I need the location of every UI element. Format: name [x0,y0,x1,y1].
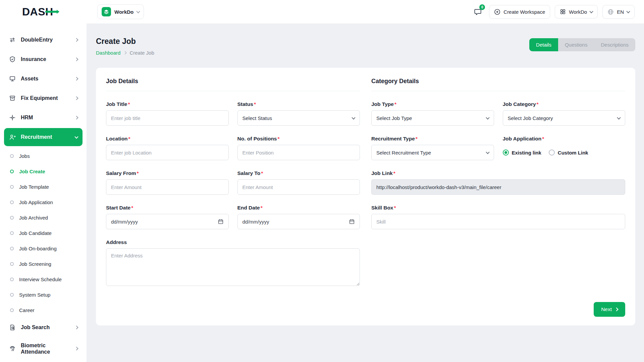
app-logo[interactable]: DASH [22,6,53,18]
job-details-section: Job Details Job Title* Status* Select St… [106,78,360,297]
subitem-label: Interview Schedule [19,277,62,282]
sidebar-item-insurance[interactable]: Insurance [4,50,83,68]
messages-button[interactable]: 0 [471,5,484,18]
step-tabs: Details Questions Descriptions [529,38,635,51]
apps-dropdown-button[interactable]: WorkDo [555,5,598,18]
card-footer: Next [106,302,625,317]
sidebar-subitem-interview-schedule[interactable]: Interview Schedule [6,272,83,287]
breadcrumb-dashboard-link[interactable]: Dashboard [96,50,120,56]
field-address: Address [106,239,360,287]
address-textarea[interactable] [106,248,360,286]
bullet-icon [10,308,14,312]
salary-to-input[interactable] [237,179,360,195]
bullet-icon [10,231,14,235]
sidebar-item-procurement[interactable]: Procurement [4,361,83,362]
job-title-input[interactable] [106,110,229,126]
sidebar: DoubleEntry Insurance Assets Fix Equipme… [0,23,87,362]
subitem-label: Career [19,307,35,313]
address-label: Address [106,239,360,245]
biometric-attendance-icon [9,345,16,352]
sidebar-item-recruitment[interactable]: Recruitment [4,128,83,146]
breadcrumb-separator-icon [123,51,127,55]
skill-box-label: Skill Box* [371,205,625,211]
fix-equipment-icon [9,95,16,102]
chevron-down-icon [589,9,593,13]
sidebar-item-hrm[interactable]: HRM [4,109,83,127]
language-selector[interactable]: EN [602,5,635,19]
positions-input[interactable] [237,145,360,160]
chevron-right-icon [74,347,78,350]
sidebar-item-job-search[interactable]: Job Search [4,318,83,337]
subitem-label: Job Template [19,184,49,190]
sidebar-subitem-jobs[interactable]: Jobs [6,148,83,164]
sidebar-subitem-career[interactable]: Career [6,302,83,318]
tab-questions[interactable]: Questions [558,38,594,51]
sidebar-item-assets[interactable]: Assets [4,70,83,88]
salary-from-input[interactable] [106,179,229,195]
job-application-label: Job Application* [503,136,626,142]
job-type-select[interactable]: Select Job Type [371,110,494,126]
chevron-right-icon [74,116,78,119]
job-search-icon [9,324,16,331]
workspace-label: WorkDo [114,9,133,15]
end-date-label: End Date* [237,205,360,211]
sidebar-subitem-job-candidate[interactable]: Job Candidate [6,225,83,241]
location-input[interactable] [106,145,229,160]
sidebar-subitem-job-onboarding[interactable]: Job On-boarding [6,241,83,256]
field-start-date: Start Date* dd/mm/yyyy [106,205,229,229]
sidebar-subitem-job-screening[interactable]: Job Screening [6,256,83,272]
end-date-input[interactable]: dd/mm/yyyy [237,214,360,229]
topbar-actions: 0 Create Workspace WorkDo EN [471,5,644,19]
workspace-icon [102,7,111,16]
create-workspace-button[interactable]: Create Workspace [489,5,550,19]
field-end-date: End Date* dd/mm/yyyy [237,205,360,229]
chevron-down-icon [486,116,489,119]
bullet-icon [10,154,14,158]
sidebar-item-label: Biometric Attendance [21,342,70,355]
recruitment-type-select[interactable]: Select Recruitment Type [371,145,494,160]
recruitment-type-label: Recruitment Type* [371,136,494,142]
next-button[interactable]: Next [594,302,625,317]
sidebar-subitem-job-template[interactable]: Job Template [6,179,83,194]
job-type-select-value: Select Job Type [376,115,412,121]
sidebar-item-biometric-attendance[interactable]: Biometric Attendance [4,338,83,359]
insurance-shield-icon [9,56,16,63]
sidebar-item-label: DoubleEntry [21,37,70,43]
start-date-label: Start Date* [106,205,229,211]
sidebar-item-doubleentry[interactable]: DoubleEntry [4,31,83,49]
subitem-label: Job Archived [19,215,48,221]
logo-arrow-icon [45,11,59,13]
field-positions: No. of Positions* [237,136,360,160]
sidebar-item-fix-equipment[interactable]: Fix Equipment [4,89,83,107]
job-category-select[interactable]: Select Job Category [503,110,626,126]
sidebar-subitem-job-create[interactable]: Job Create [6,164,83,179]
field-location: Location* [106,136,229,160]
recruitment-submenu: Jobs Job Create Job Template Job Applica… [4,147,83,318]
positions-label: No. of Positions* [237,136,360,142]
radio-existing-link[interactable]: Existing link [503,149,541,156]
page-header: Create Job Dashboard Create Job Details … [96,37,635,56]
start-date-value: dd/mm/yyyy [111,219,138,225]
start-date-input[interactable]: dd/mm/yyyy [106,214,229,229]
create-workspace-label: Create Workspace [503,9,545,15]
field-job-application: Job Application* Existing link Custom Li… [503,136,626,160]
sidebar-subitem-job-application[interactable]: Job Application [6,194,83,210]
sidebar-subitem-system-setup[interactable]: System Setup [6,287,83,302]
tab-descriptions[interactable]: Descriptions [594,38,635,51]
job-link-input[interactable] [371,179,625,195]
skill-input[interactable] [371,214,625,229]
radio-checked-icon [503,149,509,156]
bullet-icon [10,247,14,250]
sidebar-item-label: Assets [21,75,70,82]
status-select[interactable]: Select Status [237,110,360,126]
hrm-icon [9,114,16,121]
radio-custom-link[interactable]: Custom Link [549,149,588,156]
tab-details[interactable]: Details [529,38,558,51]
assets-icon [9,75,16,82]
subitem-label: Job Candidate [19,230,52,236]
workspace-selector[interactable]: WorkDo [97,4,144,19]
recruitment-type-select-value: Select Recruitment Type [376,150,431,156]
category-details-section: Category Details Job Type* Select Job Ty… [371,78,625,297]
bullet-icon [10,278,14,281]
sidebar-subitem-job-archived[interactable]: Job Archived [6,210,83,225]
